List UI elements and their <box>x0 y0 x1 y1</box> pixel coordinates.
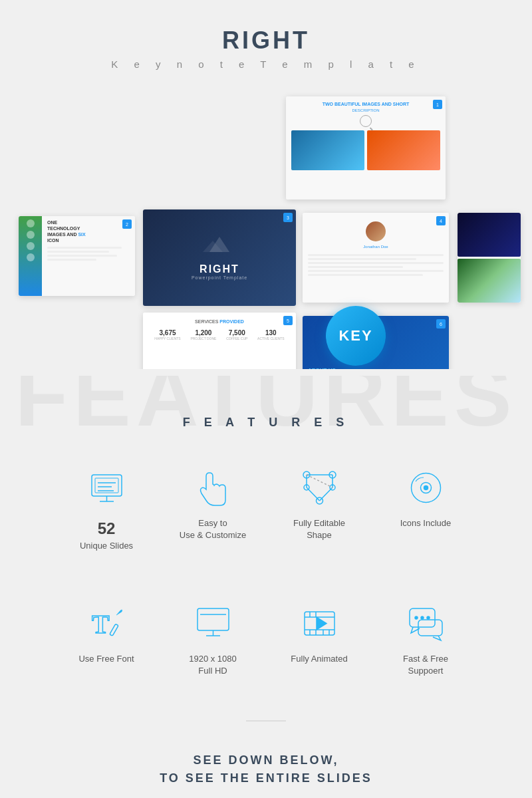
slide-card-1: 1 TWO BEAUTIFUL IMAGES AND SHORT DESCRIP… <box>286 96 446 200</box>
slide-card-stats: 5 SERVICES PROVIDED 3,675 HAPPY CLIENTS … <box>143 313 296 369</box>
divider <box>246 720 286 722</box>
slide-3-sub: Powerpoint Template <box>192 275 247 280</box>
play-svg <box>301 605 338 642</box>
stat-num-2: 1,200 <box>190 329 216 336</box>
monitor-icon <box>192 602 235 645</box>
cta-section: SEE DOWN BELOW, TO SEE THE ENTIRE SLIDES… <box>0 732 532 798</box>
slide-img-night <box>458 213 521 257</box>
slide-badge-5: 5 <box>283 316 293 325</box>
play-icon <box>298 602 341 645</box>
stats-row: 3,675 HAPPY CLIENTS 1,200 PROJECT DONE 7… <box>150 329 289 340</box>
touch-svg <box>195 469 231 506</box>
slide-card-2: 2 ONETECHNOLOGYIMAGES AND SIXICON <box>19 216 135 296</box>
feature-free-font: T Use Free Font <box>53 592 160 690</box>
slide-img-orange <box>367 130 440 170</box>
svg-rect-24 <box>109 624 118 636</box>
font-icon: T <box>85 602 128 645</box>
slide-badge-4: 4 <box>436 216 446 225</box>
fully-editable-label: Fully EditableShape <box>273 517 366 541</box>
chat-svg <box>408 605 444 642</box>
slide-badge-6: 6 <box>436 319 446 329</box>
stat-label-3: COFFEE CUP <box>226 336 247 340</box>
fully-animated-label: Fully Animated <box>273 653 366 665</box>
stat-label-2: PROJECT DONE <box>190 336 216 340</box>
features-grid-row2: T Use Free Font <box>0 579 532 704</box>
cd-svg <box>408 469 444 506</box>
full-hd-label: 1920 x 1080Full HD <box>166 653 259 677</box>
svg-line-18 <box>319 487 332 501</box>
profile-avatar <box>366 221 386 241</box>
slide-1-sublabel: DESCRIPTION <box>291 108 440 112</box>
slide-2-title: ONETECHNOLOGYIMAGES AND SIXICON <box>47 219 130 243</box>
svg-rect-40 <box>418 620 442 636</box>
slides-preview: 1 TWO BEAUTIFUL IMAGES AND SHORT DESCRIP… <box>0 90 532 369</box>
feature-easy-to-use: Easy toUse & Customize <box>160 456 266 565</box>
slide-1-label: TWO BEAUTIFUL IMAGES AND SHORT <box>291 102 440 106</box>
stat-num-4: 130 <box>257 329 285 336</box>
support-label: Fast & FreeSuppoert <box>379 653 472 677</box>
feature-fully-editable: Fully EditableShape <box>266 456 372 565</box>
stat-num-3: 7,500 <box>226 329 247 336</box>
cd-icon <box>404 466 448 509</box>
slide-card-4: 4 Jonathan Doe <box>303 213 449 303</box>
monitor-svg <box>195 605 231 642</box>
slide-card-far-right <box>458 213 521 303</box>
svg-text:T: T <box>92 609 110 639</box>
features-grid-row1: 52 Unique Slides Easy toUse & Customize <box>0 443 532 579</box>
key-badge: KEY <box>326 306 386 366</box>
slides-svg <box>88 469 125 506</box>
slide-badge-2: 2 <box>122 219 132 229</box>
features-title: F E A T U R E S <box>0 389 532 443</box>
cta-title: SEE DOWN BELOW, TO SEE THE ENTIRE SLIDES <box>0 751 532 787</box>
svg-point-22 <box>424 486 428 490</box>
slide-badge-1: 1 <box>433 100 442 109</box>
free-font-label: Use Free Font <box>60 653 153 665</box>
profile-name: Jonathan Doe <box>363 245 388 249</box>
stat-label-1: HAPPY CLIENTS <box>154 336 180 340</box>
feature-full-hd: 1920 x 1080Full HD <box>160 592 266 690</box>
slide-card-3: 3 RIGHT Powerpoint Template <box>143 209 296 306</box>
unique-slides-label: 52 Unique Slides <box>60 517 153 552</box>
easy-to-use-label: Easy toUse & Customize <box>166 517 259 541</box>
slides-icon <box>85 466 128 509</box>
stat-label-4: ACTIVE CLIENTS <box>257 336 285 340</box>
slide-img-blue <box>291 130 364 170</box>
page-subtitle: K e y n o t e T e m p l a t e <box>0 59 532 70</box>
svg-line-19 <box>307 475 332 487</box>
shape-icon <box>298 466 341 509</box>
icons-include-label: Icons Include <box>379 517 472 529</box>
feature-fully-animated: Fully Animated <box>266 592 372 690</box>
svg-point-43 <box>427 616 430 619</box>
stat-num-1: 3,675 <box>154 329 180 336</box>
page-title: RIGHT <box>0 27 532 55</box>
font-svg: T <box>88 605 125 642</box>
chat-icon <box>404 602 448 645</box>
feature-unique-slides: 52 Unique Slides <box>53 456 160 565</box>
feature-support: Fast & FreeSuppoert <box>372 592 479 690</box>
svg-point-41 <box>415 616 418 619</box>
profile-text-lines <box>308 252 444 278</box>
svg-marker-30 <box>317 617 327 630</box>
stats-title: SERVICES PROVIDED <box>150 319 289 324</box>
svg-point-42 <box>421 616 424 619</box>
shape-svg <box>301 469 338 506</box>
feature-icons-include: Icons Include <box>372 456 479 565</box>
slide-img-mountain <box>458 259 521 303</box>
green-sidebar <box>19 216 42 296</box>
features-section: FEATURES F E A T U R E S 52 <box>0 376 532 710</box>
slide-3-title: RIGHT <box>200 263 239 275</box>
page-header: RIGHT K e y n o t e T e m p l a t e <box>0 0 532 83</box>
slide-badge-3: 3 <box>283 213 293 222</box>
svg-rect-25 <box>198 608 229 630</box>
svg-line-17 <box>307 487 320 501</box>
touch-icon <box>192 466 235 509</box>
blue-image-text: ABOUT US S LAYOUT <box>308 367 336 369</box>
